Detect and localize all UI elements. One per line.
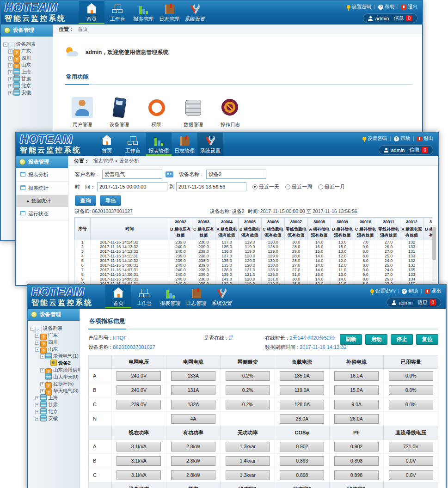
help-link[interactable]: 帮助 xyxy=(400,135,410,142)
nav-home[interactable]: 首页 xyxy=(94,133,120,156)
time-from-input[interactable] xyxy=(97,182,167,191)
tree-expander-icon[interactable]: + xyxy=(35,410,39,414)
nav-logs[interactable]: 日志管理 xyxy=(172,133,197,156)
user-pill[interactable]: admin 信息 0 xyxy=(379,145,433,155)
tree-item[interactable]: -山东 xyxy=(29,346,79,353)
sidebar-item[interactable]: 运行状态 xyxy=(16,207,68,220)
table-row[interactable]: 92017-11-16 14:05:31240.0238.0141.0120.0… xyxy=(75,277,433,282)
radio-last-week[interactable]: 最近一周 xyxy=(285,183,312,190)
messages-label[interactable]: 信息 xyxy=(409,146,419,153)
tree-expander-icon[interactable]: + xyxy=(35,403,39,407)
tree-item[interactable]: -爱普电气(1) xyxy=(29,353,79,360)
tree-item[interactable]: +山东淄博供电(1) xyxy=(29,366,79,373)
tree-item[interactable]: +上海 xyxy=(2,68,52,75)
tree-item[interactable]: +四川 xyxy=(29,339,79,346)
nav-settings[interactable]: 系统设置 xyxy=(182,1,208,24)
customer-name-input[interactable] xyxy=(102,170,162,179)
time-to-input[interactable] xyxy=(176,182,246,191)
tree-item[interactable]: +北京 xyxy=(29,408,79,415)
nav-reports[interactable]: 报表管理 xyxy=(130,1,156,24)
table-row[interactable]: 12017-11-16 14:14:32239.0238.0137.0119.0… xyxy=(75,240,433,245)
nav-workbench[interactable]: 工作台 xyxy=(131,285,157,308)
table-row[interactable]: 62017-11-16 14:08:31240.0239.0135.0120.0… xyxy=(75,263,433,268)
table-row[interactable]: 42017-11-16 14:11:31239.0238.0137.0120.0… xyxy=(75,254,433,259)
tree-item[interactable]: +拉斐叶(5) xyxy=(29,380,79,387)
sidebar-subitem[interactable]: ▸数据统计 xyxy=(16,195,68,207)
tree-expander-icon[interactable]: + xyxy=(35,341,39,345)
set-password-link[interactable]: 设置密码 xyxy=(368,135,387,142)
tree-item[interactable]: +山东 xyxy=(2,61,52,68)
shortcut-item[interactable]: 数据管理 xyxy=(183,97,204,128)
tree-item[interactable]: +甘肃 xyxy=(29,401,79,408)
start-button[interactable]: 启动 xyxy=(365,334,387,345)
logout-link[interactable]: 退出 xyxy=(423,135,433,142)
nav-logs[interactable]: 日志管理 xyxy=(183,285,209,308)
sidebar-item[interactable]: 报表统计 xyxy=(16,182,68,195)
user-pill[interactable]: admin 信息 0 xyxy=(363,13,417,23)
table-row[interactable]: 72017-11-16 14:07:31240.0238.0136.0121.0… xyxy=(75,268,433,273)
table-row[interactable]: 82017-11-16 14:06:31240.0239.0139.0121.0… xyxy=(75,273,433,277)
nav-logs[interactable]: 日志管理 xyxy=(156,1,182,24)
tree-item[interactable]: +设备2 xyxy=(29,360,79,366)
nav-settings[interactable]: 系统设置 xyxy=(209,285,235,308)
nav-home[interactable]: 首页 xyxy=(105,285,131,308)
reset-button[interactable]: 复位 xyxy=(416,334,438,345)
shortcut-item[interactable]: 权限 xyxy=(146,97,167,128)
tree-item[interactable]: +安徽 xyxy=(2,89,52,96)
tree-expander-icon[interactable]: + xyxy=(40,382,44,386)
tree-expander-icon[interactable]: + xyxy=(8,84,12,88)
radio-last-month[interactable]: 最近一月 xyxy=(318,183,345,190)
scrollbar-thumb[interactable] xyxy=(432,227,436,260)
tree-expander-icon[interactable]: + xyxy=(35,396,39,400)
user-pill[interactable]: admin 信息 0 xyxy=(387,298,441,307)
nav-workbench[interactable]: 工作台 xyxy=(120,133,146,156)
tree-expander-icon[interactable]: + xyxy=(35,334,39,338)
logout-link[interactable]: 退出 xyxy=(431,288,441,294)
messages-label[interactable]: 信息 xyxy=(417,299,427,306)
vertical-scrollbar[interactable] xyxy=(432,226,436,281)
tree-expander-icon[interactable]: + xyxy=(8,63,12,67)
tree-item[interactable]: +山大华天(0) xyxy=(29,373,79,380)
tree-item[interactable]: +上海 xyxy=(29,394,79,401)
tree-item[interactable]: +安徽 xyxy=(29,415,79,422)
tree-expander-icon[interactable]: + xyxy=(8,56,12,61)
tree-expander-icon[interactable]: - xyxy=(30,327,34,331)
nav-workbench[interactable]: 工作台 xyxy=(104,1,130,24)
tree-expander-icon[interactable]: + xyxy=(8,77,12,81)
shortcut-item[interactable]: 设备管理 xyxy=(109,97,130,128)
tree-expander-icon[interactable]: + xyxy=(40,389,44,393)
stop-button[interactable]: 停止 xyxy=(391,334,413,345)
nav-reports[interactable]: 报表管理 xyxy=(157,285,183,308)
sidebar-header[interactable]: 报表管理 xyxy=(16,156,68,168)
sidebar-item[interactable]: 报表分析 xyxy=(16,168,68,182)
sidebar-header[interactable]: 设备管理 xyxy=(1,24,53,37)
tree-expander-icon[interactable]: + xyxy=(8,70,12,74)
help-link[interactable]: 帮助 xyxy=(385,4,394,10)
set-password-link[interactable]: 设置密码 xyxy=(352,4,371,10)
tree-item[interactable]: +甘肃 xyxy=(2,75,52,82)
tree-expander-icon[interactable]: + xyxy=(8,49,12,54)
tree-item[interactable]: +四川 xyxy=(2,55,52,61)
tree-item[interactable]: +北京 xyxy=(2,82,52,89)
messages-label[interactable]: 信息 xyxy=(393,15,404,22)
device-name-input[interactable] xyxy=(206,170,266,179)
nav-home[interactable]: 首页 xyxy=(79,1,104,24)
nav-reports[interactable]: 报表管理 xyxy=(146,133,172,156)
shortcut-item[interactable]: 操作日志 xyxy=(220,97,241,128)
set-password-link[interactable]: 设置密码 xyxy=(375,288,395,294)
table-row[interactable]: 22017-11-16 14:13:32240.0239.0135.0119.0… xyxy=(75,245,433,250)
help-link[interactable]: 帮助 xyxy=(408,288,418,294)
table-row[interactable]: 52017-11-16 14:10:32239.0238.0135.0120.0… xyxy=(75,259,433,263)
query-button[interactable]: 查询 xyxy=(75,195,96,206)
nav-settings[interactable]: 系统设置 xyxy=(197,133,223,156)
table-row[interactable]: 32017-11-16 14:12:32240.0239.0136.0119.0… xyxy=(75,250,433,254)
shortcut-item[interactable]: 用户管理 xyxy=(72,97,93,128)
tree-expander-icon[interactable]: + xyxy=(8,91,12,95)
customer-picker-icon[interactable] xyxy=(166,171,173,177)
refresh-button[interactable]: 刷新 xyxy=(340,334,362,345)
tree-item[interactable]: -设备列表 xyxy=(2,41,52,48)
tree-expander-icon[interactable]: - xyxy=(35,348,39,352)
tree-expander-icon[interactable]: + xyxy=(40,368,44,372)
logout-link[interactable]: 退出 xyxy=(408,4,417,10)
tree-expander-icon[interactable]: - xyxy=(3,43,7,47)
